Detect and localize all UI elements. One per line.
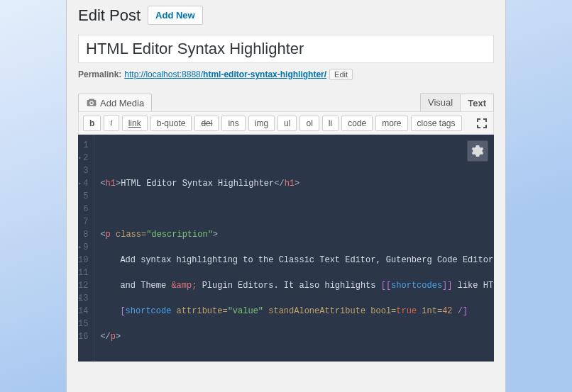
- permalink-row: Permalink: http://localhost:8888/html-ed…: [78, 69, 494, 80]
- permalink-base: http://localhost:8888/: [124, 69, 203, 79]
- add-media-button[interactable]: Add Media: [78, 94, 152, 112]
- add-media-label: Add Media: [100, 98, 144, 108]
- btn-ins[interactable]: ins: [221, 116, 245, 131]
- header: Edit Post Add New: [78, 6, 494, 25]
- svg-point-0: [90, 102, 92, 104]
- fullscreen-icon: [476, 118, 488, 129]
- post-title-input[interactable]: [86, 40, 486, 58]
- tab-text[interactable]: Text: [460, 94, 494, 113]
- btn-ul[interactable]: ul: [277, 116, 297, 131]
- btn-bquote[interactable]: b-quote: [150, 116, 192, 131]
- add-new-button[interactable]: Add New: [148, 6, 203, 25]
- btn-ol[interactable]: ol: [299, 116, 319, 131]
- fullscreen-button[interactable]: [475, 116, 489, 130]
- editor-top-row: Add Media Visual Text: [78, 93, 494, 112]
- btn-li[interactable]: li: [322, 116, 339, 131]
- gear-icon: [471, 145, 484, 157]
- btn-link[interactable]: link: [122, 116, 148, 131]
- line-gutter: 1▸23▸4 5678 ▸9101112 ▸13141516: [78, 135, 94, 362]
- btn-more[interactable]: more: [375, 116, 407, 131]
- btn-italic[interactable]: i: [104, 115, 119, 131]
- title-input-wrap: [78, 35, 494, 63]
- permalink-slug: html-editor-syntax-highlighter/: [203, 69, 326, 79]
- code-editor[interactable]: 1▸23▸4 5678 ▸9101112 ▸13141516 <h1>HTML …: [78, 135, 494, 362]
- editor-settings-button[interactable]: [467, 140, 488, 162]
- editor-panel: Edit Post Add New Permalink: http://loca…: [66, 0, 506, 392]
- btn-img[interactable]: img: [248, 116, 275, 131]
- permalink-link[interactable]: http://localhost:8888/html-editor-syntax…: [124, 69, 326, 79]
- edit-slug-button[interactable]: Edit: [329, 69, 353, 80]
- code-lines[interactable]: <h1>HTML Editor Syntax Highlighter</h1> …: [94, 135, 494, 362]
- page-title: Edit Post: [78, 6, 141, 25]
- tab-visual[interactable]: Visual: [420, 93, 460, 112]
- btn-closetags[interactable]: close tags: [411, 116, 462, 131]
- btn-del[interactable]: del: [194, 116, 219, 131]
- text-toolbar: b i link b-quote del ins img ul ol li co…: [78, 111, 494, 135]
- editor-tabs: Visual Text: [420, 93, 494, 112]
- permalink-label: Permalink:: [78, 69, 121, 79]
- camera-icon: [86, 97, 97, 108]
- btn-bold[interactable]: b: [83, 116, 101, 131]
- btn-code[interactable]: code: [341, 116, 373, 131]
